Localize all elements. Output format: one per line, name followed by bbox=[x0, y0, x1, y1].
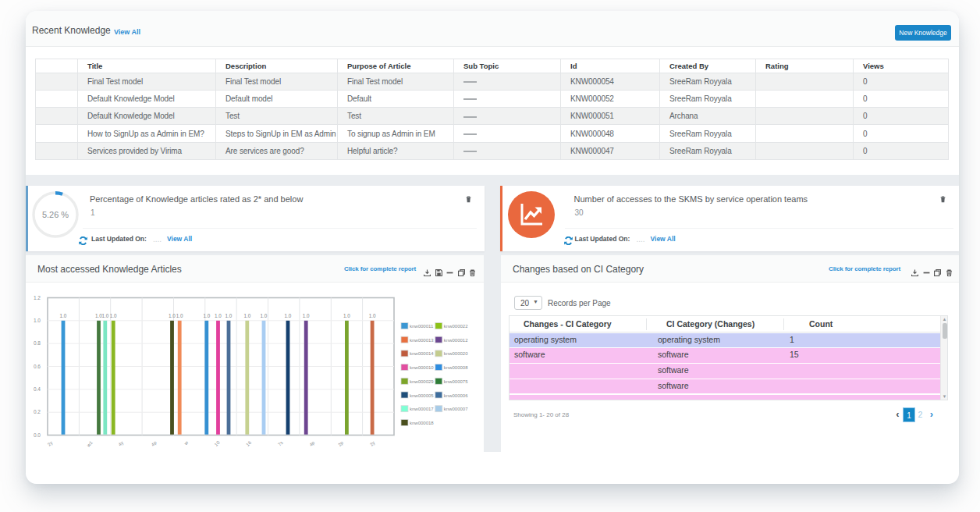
svg-text:knw000005: knw000005 bbox=[410, 393, 434, 397]
svg-text:1.0: 1.0 bbox=[261, 312, 268, 318]
svg-text:knw000022: knw000022 bbox=[444, 324, 468, 329]
svg-text:knw000012: knw000012 bbox=[444, 337, 468, 342]
svg-text:knw000013: knw000013 bbox=[410, 337, 434, 342]
svg-text:1.0: 1.0 bbox=[285, 312, 292, 318]
svg-text:0.2: 0.2 bbox=[34, 409, 41, 414]
svg-text:knw000006: knw000006 bbox=[444, 393, 468, 397]
svg-text:0.0: 0.0 bbox=[34, 432, 41, 437]
svg-text:knw000014: knw000014 bbox=[410, 351, 434, 356]
svg-text:1.0: 1.0 bbox=[215, 312, 222, 318]
svg-text:w: w bbox=[183, 439, 189, 446]
svg-text:0.8: 0.8 bbox=[34, 340, 41, 346]
svg-text:knw000011: knw000011 bbox=[410, 324, 434, 329]
svg-text:1.0: 1.0 bbox=[303, 312, 310, 318]
svg-text:1.0: 1.0 bbox=[369, 312, 376, 318]
svg-text:knw000075: knw000075 bbox=[444, 379, 468, 383]
svg-text:1.0: 1.0 bbox=[176, 312, 183, 318]
svg-text:0.4: 0.4 bbox=[34, 386, 41, 391]
svg-text:2p: 2p bbox=[337, 439, 344, 446]
svg-text:knw000020: knw000020 bbox=[444, 351, 468, 356]
svg-text:2y: 2y bbox=[369, 439, 376, 446]
svg-text:5.26 %: 5.26 % bbox=[42, 210, 69, 219]
svg-text:w1: w1 bbox=[86, 439, 94, 448]
svg-text:16: 16 bbox=[245, 439, 252, 446]
svg-text:knw000010: knw000010 bbox=[410, 365, 434, 370]
svg-text:1.0: 1.0 bbox=[34, 317, 41, 322]
svg-text:knw000017: knw000017 bbox=[410, 407, 434, 411]
svg-text:1.0: 1.0 bbox=[169, 312, 176, 318]
svg-text:1.0: 1.0 bbox=[60, 312, 67, 318]
svg-text:knw000018: knw000018 bbox=[410, 420, 434, 425]
svg-text:0.6: 0.6 bbox=[34, 363, 41, 368]
svg-text:knw000007: knw000007 bbox=[444, 407, 468, 411]
svg-text:2y: 2y bbox=[47, 439, 54, 446]
svg-text:4y: 4y bbox=[118, 439, 125, 446]
svg-text:10: 10 bbox=[214, 439, 221, 446]
svg-text:1.0: 1.0 bbox=[225, 312, 233, 318]
svg-text:knw000029: knw000029 bbox=[410, 379, 434, 383]
svg-text:1.2: 1.2 bbox=[34, 294, 41, 300]
svg-text:1.0: 1.0 bbox=[110, 312, 117, 318]
svg-text:knw000008: knw000008 bbox=[444, 365, 468, 370]
svg-text:1.0: 1.0 bbox=[243, 312, 250, 318]
svg-text:1.0: 1.0 bbox=[203, 312, 210, 318]
svg-text:1.0: 1.0 bbox=[343, 312, 350, 318]
svg-text:4p: 4p bbox=[151, 439, 158, 446]
svg-text:1.0: 1.0 bbox=[101, 312, 108, 318]
svg-text:4p: 4p bbox=[308, 439, 315, 446]
svg-text:7s: 7s bbox=[277, 439, 284, 446]
